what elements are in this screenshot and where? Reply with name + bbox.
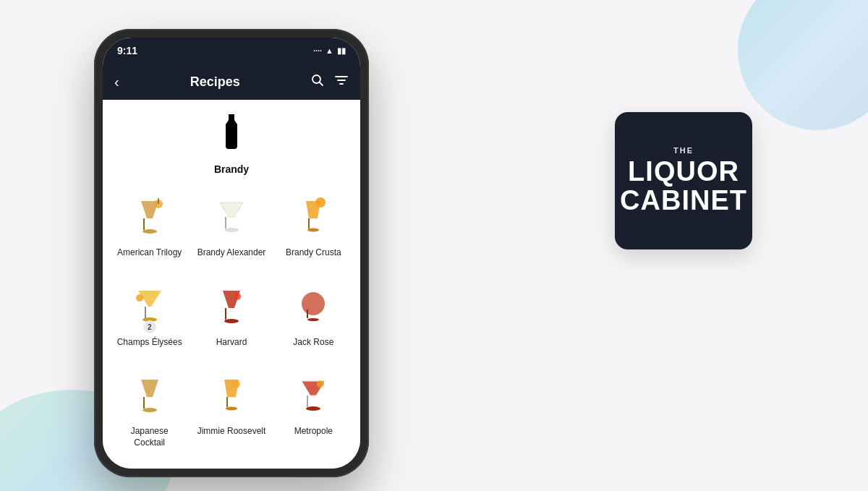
phone-mockup: 9:11 ···· ▲ ▮▮ ‹ Recipes	[94, 29, 369, 477]
nav-bar: ‹ Recipes	[103, 64, 360, 100]
svg-point-15	[307, 318, 319, 321]
svg-point-12	[224, 319, 239, 323]
phone-frame: 9:11 ···· ▲ ▮▮ ‹ Recipes	[94, 29, 369, 477]
svg-point-17	[226, 407, 237, 411]
category-bottle-icon	[218, 114, 244, 159]
decorative-blob-top-right	[738, 0, 868, 130]
svg-point-5	[142, 229, 157, 234]
app-logo-card: THE LIQUOR CABINET	[615, 112, 752, 249]
drink-name: Harvard	[216, 337, 247, 349]
status-icons: ···· ▲ ▮▮	[313, 46, 346, 56]
nav-action-icons	[311, 74, 349, 90]
logo-the-text: THE	[673, 146, 694, 155]
list-item[interactable]: Champs Élysées 2	[110, 272, 189, 359]
filter-icon[interactable]	[334, 74, 349, 90]
list-item[interactable]: Japanese Cocktail	[110, 361, 189, 458]
drink-name: Brandy Crusta	[286, 247, 341, 259]
page-title: Recipes	[190, 74, 240, 90]
svg-point-18	[231, 380, 240, 388]
phone-screen: 9:11 ···· ▲ ▮▮ ‹ Recipes	[103, 38, 360, 469]
drink-image-brandy-crusta	[288, 191, 339, 242]
drink-name: Brandy Alexander	[197, 247, 266, 259]
list-item[interactable]: Metropole	[274, 361, 353, 458]
drink-name: Metropole	[294, 426, 333, 437]
svg-point-16	[142, 408, 157, 412]
drink-image-harvard	[206, 281, 257, 331]
list-item[interactable]: Harvard	[192, 272, 271, 359]
status-badge: 2	[143, 320, 156, 333]
drinks-grid: American Trilogy Brandy Alexander	[110, 182, 353, 458]
wifi-icon: ▲	[326, 46, 333, 55]
category-header: Brandy	[110, 100, 353, 182]
drink-name: Jimmie Roosevelt	[197, 426, 266, 437]
drink-name: Japanese Cocktail	[114, 426, 184, 448]
svg-line-1	[320, 82, 323, 85]
list-item[interactable]: Brandy Alexander	[192, 182, 271, 269]
drink-name: American Trilogy	[117, 247, 182, 259]
list-item[interactable]: Jack Rose	[274, 272, 353, 359]
drink-image-american-trilogy	[124, 191, 175, 242]
svg-point-11	[136, 294, 143, 302]
svg-point-20	[317, 380, 324, 388]
svg-point-9	[315, 197, 326, 208]
list-item[interactable]: Jimmie Roosevelt	[192, 361, 271, 458]
svg-point-14	[302, 292, 325, 315]
drink-image-jack-rose	[288, 281, 339, 331]
status-time: 9:11	[117, 45, 137, 56]
back-button[interactable]: ‹	[114, 74, 119, 90]
search-icon[interactable]	[311, 74, 324, 90]
list-item[interactable]: American Trilogy	[110, 182, 189, 269]
list-item[interactable]: Brandy Crusta	[274, 182, 353, 269]
svg-point-13	[234, 293, 241, 300]
drink-image-japanese-cocktail	[124, 370, 175, 420]
drink-name: Champs Élysées	[117, 337, 182, 349]
drink-image-jimmie-roosevelt	[206, 370, 257, 420]
logo-main-text: LIQUOR CABINET	[620, 158, 747, 215]
category-name: Brandy	[214, 163, 249, 175]
battery-icon: ▮▮	[337, 46, 346, 56]
content-area: Brandy	[103, 100, 360, 469]
svg-point-7	[224, 228, 239, 232]
status-bar: 9:11 ···· ▲ ▮▮	[103, 38, 360, 64]
signal-dots-icon: ····	[313, 46, 322, 55]
drink-name: Jack Rose	[293, 337, 333, 349]
drink-image-brandy-alexander	[206, 191, 257, 242]
drink-image-metropole	[288, 370, 339, 420]
svg-point-19	[306, 406, 320, 411]
svg-point-8	[307, 229, 319, 232]
